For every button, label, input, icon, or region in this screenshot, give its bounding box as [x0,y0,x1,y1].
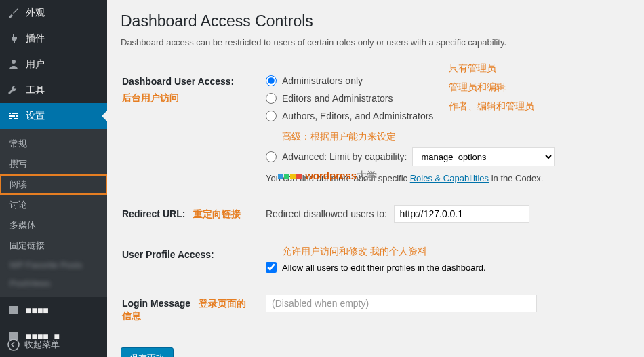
radio-admin-only[interactable] [266,75,277,86]
page-description: Dashboard access can be restricted to us… [121,37,630,48]
main-content: Dashboard Access Controls Dashboard acce… [107,0,644,357]
radio-editors-admins[interactable] [266,93,277,104]
radio-editors-admins-label: Editors and Administrators [282,93,393,104]
svg-point-0 [12,60,16,64]
submenu-general[interactable]: 常规 [0,134,107,154]
submenu-wpfavorite[interactable]: WP Favorite Posts [0,256,107,274]
menu-tools[interactable]: 工具 [0,77,107,103]
ann-admin-only: 只有管理员 [449,62,496,75]
sliders-icon [7,109,20,123]
menu-label: ■■■■ [26,305,49,316]
collapse-menu[interactable]: 收起菜单 [0,333,107,357]
redirect-url-input[interactable] [394,205,529,223]
submenu-media[interactable]: 多媒体 [0,215,107,236]
menu-label: 用户 [26,58,45,71]
collapse-label: 收起菜单 [24,339,60,351]
submenu-postviews[interactable]: PostViews [0,274,107,293]
submenu-discussion[interactable]: 讨论 [0,195,107,215]
profile-check-label: Allow all users to edit their profiles i… [282,263,486,273]
users-icon [7,58,20,71]
profile-checkbox[interactable] [266,262,277,273]
menu-label: 工具 [26,84,45,96]
ann-authors-editors-admins: 作者、编辑和管理员 [449,100,534,113]
tools-icon [7,83,20,97]
redirect-label: Redirect URL: 重定向链接 [122,195,258,234]
ann-advanced: 高级：根据用户能力来设定 [282,131,396,142]
profile-label: User Profile Access: [122,236,258,283]
menu-plugins[interactable]: 插件 [0,26,107,52]
profile-annotation: 允许用户访问和修改 我的个人资料 [282,246,427,257]
menu-blurred-1[interactable]: ■■■■ [0,297,107,323]
submenu-reading[interactable]: 阅读 [0,174,107,195]
radio-admin-only-label: Administrators only [282,75,363,86]
roles-capabilities-link[interactable]: Roles & Capabilities [410,173,489,183]
menu-label: 插件 [26,33,45,45]
menu-appearance[interactable]: 外观 [0,0,107,26]
page-title: Dashboard Access Controls [121,12,630,31]
radio-advanced[interactable] [266,151,277,162]
generic-icon [7,303,20,317]
access-annotation: 后台用户访问 [122,92,179,105]
menu-label: 设置 [26,110,45,122]
login-message-input[interactable] [266,295,537,312]
menu-label: 外观 [26,7,45,19]
brush-icon [7,6,20,20]
radio-advanced-label: Advanced: Limit by capability: [282,151,407,162]
collapse-icon [7,338,20,352]
login-label: Login Message 登录页面的信息 [122,284,258,336]
admin-sidebar: 外观 插件 用户 工具 设置 常规 撰写 阅读 讨论 多媒体 固定链接 WP F… [0,0,107,357]
redirect-annotation: 重定向链接 [193,208,241,219]
radio-authors-editors-admins-label: Authors, Editors, and Administrators [282,111,433,121]
radio-authors-editors-admins[interactable] [266,111,277,121]
submenu-writing[interactable]: 撰写 [0,154,107,174]
menu-users[interactable]: 用户 [0,52,107,77]
roles-note: You can find out more about specific Rol… [266,173,622,183]
submenu-permalinks[interactable]: 固定链接 [0,236,107,256]
access-label: Dashboard User Access: 后台用户访问 [122,62,258,193]
redirect-field-label: Redirect disallowed users to: [266,208,387,219]
svg-point-3 [8,339,19,350]
save-button[interactable]: 保存更改 [121,347,174,357]
svg-rect-1 [9,306,18,314]
plug-icon [7,32,20,45]
ann-editors-admins: 管理员和编辑 [449,81,506,94]
capability-select[interactable]: manage_options [412,147,555,166]
settings-submenu: 常规 撰写 阅读 讨论 多媒体 固定链接 WP Favorite Posts P… [0,129,107,297]
menu-settings[interactable]: 设置 [0,103,107,129]
